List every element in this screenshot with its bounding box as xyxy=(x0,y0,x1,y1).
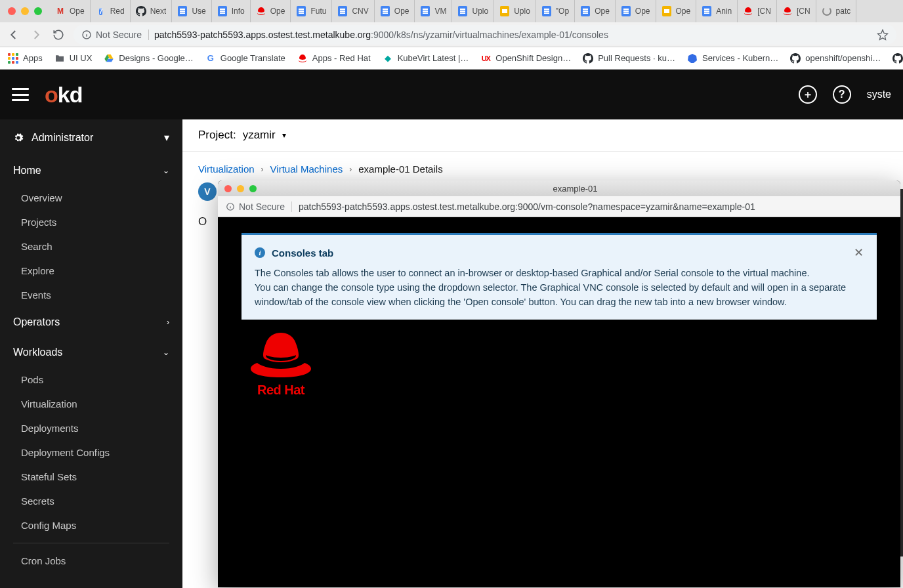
okd-sidebar: Administrator ▾ Home ⌄ OverviewProjectsS… xyxy=(0,119,182,588)
minimize-window-icon[interactable] xyxy=(237,185,244,192)
sidebar-item[interactable]: Search xyxy=(0,234,182,259)
calendar-icon: 7 xyxy=(96,6,106,16)
bookmark-item[interactable]: Designs - Google… xyxy=(104,53,193,64)
bookmark-item[interactable]: Vi xyxy=(892,53,903,64)
bookmark-label: Apps - Red Hat xyxy=(312,53,371,63)
redhat-logo: Red Hat xyxy=(248,329,314,398)
sidebar-item[interactable]: Explore xyxy=(0,259,182,283)
nav-toggle-button[interactable] xyxy=(12,88,29,101)
bookmark-star-icon[interactable] xyxy=(877,29,889,41)
browser-tab[interactable]: Anin xyxy=(696,0,738,22)
bookmark-item[interactable]: UI UX xyxy=(54,53,93,64)
window-controls[interactable] xyxy=(8,7,42,15)
sidebar-item[interactable]: Deployments xyxy=(0,416,182,440)
sidebar-item[interactable]: Overview xyxy=(0,186,182,210)
nav-section-home[interactable]: Home ⌄ xyxy=(0,156,182,186)
perspective-switcher[interactable]: Administrator ▾ xyxy=(0,119,182,156)
help-button[interactable]: ? xyxy=(833,85,851,104)
console-window-titlebar[interactable]: example-01 xyxy=(218,180,900,196)
apps-grid-icon xyxy=(8,53,18,64)
browser-tab[interactable]: "Op xyxy=(536,0,575,22)
sidebar-item[interactable]: Pods xyxy=(0,368,182,392)
browser-tab[interactable]: 7Red xyxy=(91,0,131,22)
ux-icon: UX xyxy=(480,53,491,64)
browser-tab[interactable]: VM xyxy=(415,0,452,22)
minimize-window-icon[interactable] xyxy=(21,7,29,15)
browser-tab[interactable]: Uplo xyxy=(452,0,494,22)
bookmark-item[interactable]: UXOpenShift Design… xyxy=(480,53,571,64)
bookmark-item[interactable]: Apps xyxy=(8,53,43,64)
user-menu[interactable]: syste xyxy=(867,89,891,100)
console-url-bar[interactable]: Not Secure patch5593-patch5593.apps.oste… xyxy=(218,196,900,217)
bookmark-item[interactable]: Apps - Red Hat xyxy=(297,53,371,64)
sidebar-item[interactable]: Stateful Sets xyxy=(0,465,182,489)
sidebar-item[interactable]: Secrets xyxy=(0,489,182,513)
browser-tab[interactable]: Ope xyxy=(251,0,291,22)
sidebar-item[interactable]: Deployment Configs xyxy=(0,440,182,465)
browser-tab[interactable]: [CN xyxy=(738,0,777,22)
console-viewport[interactable]: i Consoles tab ✕ The Consoles tab allows… xyxy=(218,217,900,587)
gdoc-icon xyxy=(337,6,348,16)
window-controls[interactable] xyxy=(224,185,257,192)
folder-icon xyxy=(54,53,65,64)
close-window-icon[interactable] xyxy=(224,185,232,192)
browser-tab[interactable]: Ope xyxy=(575,0,616,22)
breadcrumb-link-virtualization[interactable]: Virtualization xyxy=(198,163,255,175)
url-path: :9000/vm-console?namespace=yzamir&name=e… xyxy=(515,201,755,212)
nav-section-label: Home xyxy=(13,165,41,177)
add-button[interactable]: ＋ xyxy=(799,85,817,104)
browser-tab[interactable]: Ope xyxy=(656,0,697,22)
gdoc-icon xyxy=(541,6,552,16)
maximize-window-icon[interactable] xyxy=(34,7,42,15)
redhat-logo-text: Red Hat xyxy=(248,383,314,398)
tab-label: Uplo xyxy=(472,7,488,16)
browser-tab[interactable]: Uplo xyxy=(494,0,536,22)
browser-tab[interactable]: Ope xyxy=(616,0,656,22)
okd-logo[interactable]: okd xyxy=(45,82,82,108)
maximize-window-icon[interactable] xyxy=(249,185,257,192)
sidebar-item[interactable]: Projects xyxy=(0,210,182,234)
browser-tab[interactable]: [CN xyxy=(777,0,816,22)
chevron-right-icon: › xyxy=(167,318,169,327)
tab-label: [CN xyxy=(797,7,810,16)
bookmark-item[interactable]: Services - Kubern… xyxy=(687,53,778,64)
browser-tab[interactable]: Ope xyxy=(375,0,415,22)
gslides-icon xyxy=(499,6,510,16)
bookmark-item[interactable]: ◆KubeVirt Latest |… xyxy=(383,53,469,64)
reload-button[interactable] xyxy=(51,28,66,42)
sidebar-item[interactable]: Virtualization xyxy=(0,392,182,416)
alert-title: Consoles tab xyxy=(272,247,333,259)
sidebar-item[interactable]: Events xyxy=(0,283,182,307)
browser-tab[interactable]: Futu xyxy=(291,0,332,22)
project-name: yzamir xyxy=(243,129,276,142)
sidebar-item[interactable]: Config Maps xyxy=(0,513,182,537)
project-selector[interactable]: Project: yzamir ▾ xyxy=(182,119,903,152)
chevron-down-icon: ⌄ xyxy=(163,166,169,175)
forward-button[interactable] xyxy=(29,28,43,42)
github-icon xyxy=(136,6,146,16)
github-icon xyxy=(790,53,801,64)
redhat-icon xyxy=(743,6,753,16)
nav-section-workloads[interactable]: Workloads ⌄ xyxy=(0,337,182,368)
browser-tab[interactable]: Next xyxy=(131,0,173,22)
browser-tab[interactable]: Info xyxy=(212,0,251,22)
url-host: patch5593-patch5593.apps.ostest.test.met… xyxy=(299,201,515,212)
bookmark-item[interactable]: openshift/openshi… xyxy=(790,53,881,64)
bookmark-item[interactable]: GGoogle Translate xyxy=(205,53,285,64)
chevron-right-icon: › xyxy=(349,165,352,174)
back-button[interactable] xyxy=(7,28,21,42)
url-input[interactable]: Not Secure patch5593-patch5593.apps.oste… xyxy=(74,25,896,45)
close-alert-button[interactable]: ✕ xyxy=(854,245,864,260)
browser-tab[interactable]: patc xyxy=(816,0,857,22)
browser-tab[interactable]: MOpe xyxy=(50,0,91,22)
browser-tab[interactable]: CNV xyxy=(332,0,374,22)
bookmark-item[interactable]: Pull Requests · ku… xyxy=(583,53,675,64)
close-window-icon[interactable] xyxy=(8,7,16,15)
tab-label: Next xyxy=(150,7,167,16)
sidebar-item[interactable]: Cron Jobs xyxy=(0,549,182,573)
info-icon xyxy=(226,202,235,211)
browser-tab[interactable]: Use xyxy=(172,0,211,22)
breadcrumb-link-vms[interactable]: Virtual Machines xyxy=(270,163,343,175)
kubernetes-icon xyxy=(687,53,698,64)
nav-section-operators[interactable]: Operators › xyxy=(0,307,182,337)
